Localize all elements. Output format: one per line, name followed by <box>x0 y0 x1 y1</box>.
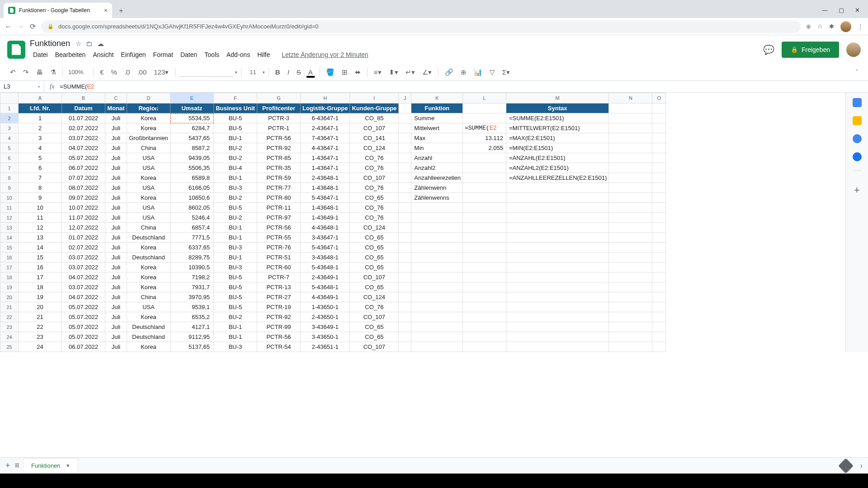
data-cell[interactable]: BU-1 <box>214 253 257 263</box>
url-input[interactable]: 🔒 docs.google.com/spreadsheets/d/1NQxJGA… <box>41 20 801 33</box>
data-cell[interactable]: 6857,4 <box>170 223 214 233</box>
data-cell[interactable]: USA <box>127 153 170 163</box>
data-cell[interactable]: CO_76 <box>350 163 399 173</box>
row-header[interactable]: 15 <box>0 243 19 253</box>
table-header-cell[interactable]: Region <box>127 103 170 113</box>
chrome-menu-icon[interactable]: ⋮ <box>858 23 863 30</box>
data-cell[interactable]: 14 <box>19 243 62 253</box>
zoom-select[interactable]: 100% <box>66 69 90 75</box>
row-header[interactable]: 22 <box>0 312 19 322</box>
data-cell[interactable]: 04.07.2022 <box>62 143 105 153</box>
data-cell[interactable]: 05.07.2022 <box>62 312 105 322</box>
data-cell[interactable]: 01.07.2022 <box>62 233 105 243</box>
data-cell[interactable]: Juli <box>105 322 127 332</box>
data-cell[interactable]: Juli <box>105 123 127 133</box>
data-cell[interactable]: 10650,6 <box>170 193 214 203</box>
column-header[interactable]: O <box>652 93 666 103</box>
table-header-cell[interactable]: Logistik-Gruppe <box>301 103 350 113</box>
fontsize-select[interactable]: 11 <box>245 69 260 75</box>
data-cell[interactable]: PCTR-51 <box>257 253 301 263</box>
cloud-status-icon[interactable]: ☁ <box>97 40 104 48</box>
data-cell[interactable]: BU-5 <box>214 272 257 282</box>
row-header[interactable]: 24 <box>0 332 19 342</box>
functions-icon[interactable]: Σ▾ <box>500 66 513 78</box>
data-cell[interactable]: Juli <box>105 193 127 203</box>
function-name-cell[interactable]: Summe <box>411 113 463 123</box>
menu-format[interactable]: Format <box>150 49 176 60</box>
row-header[interactable]: 14 <box>0 233 19 243</box>
data-cell[interactable]: 4-43647-1 <box>301 143 350 153</box>
data-cell[interactable]: 08.07.2022 <box>62 183 105 193</box>
strikethrough-button[interactable]: S <box>294 66 304 78</box>
syntax-cell[interactable]: =MITTELWERT(E2:E1501) <box>506 123 609 133</box>
redo-icon[interactable]: ↷ <box>20 66 32 78</box>
data-cell[interactable]: Juli <box>105 243 127 253</box>
data-cell[interactable]: 1 <box>19 113 62 123</box>
row-header[interactable]: 13 <box>0 223 19 233</box>
data-cell[interactable]: BU-1 <box>214 133 257 143</box>
data-cell[interactable]: Korea <box>127 312 170 322</box>
data-cell[interactable]: 2-43651-1 <box>301 342 350 352</box>
data-cell[interactable]: Juli <box>105 143 127 153</box>
data-cell[interactable]: PCTR-19 <box>257 302 301 312</box>
data-cell[interactable]: 9439,05 <box>170 153 214 163</box>
data-cell[interactable]: 12 <box>19 223 62 233</box>
data-cell[interactable]: 10 <box>19 203 62 213</box>
data-cell[interactable]: 11 <box>19 213 62 223</box>
data-cell[interactable]: PCTR-76 <box>257 243 301 253</box>
menu-tools[interactable]: Tools <box>201 49 222 60</box>
row-header[interactable]: 6 <box>0 153 19 163</box>
data-cell[interactable]: Juli <box>105 342 127 352</box>
data-cell[interactable]: 12.07.2022 <box>62 223 105 233</box>
data-cell[interactable]: CO_124 <box>350 143 399 153</box>
data-cell[interactable]: 2-43650-1 <box>301 312 350 322</box>
data-cell[interactable]: Korea <box>127 263 170 272</box>
data-cell[interactable]: Juli <box>105 213 127 223</box>
data-cell[interactable]: BU-2 <box>214 213 257 223</box>
column-header[interactable]: M <box>506 93 609 103</box>
print-icon[interactable]: 🖶 <box>33 66 46 78</box>
decrease-decimal-button[interactable]: .0 <box>122 66 133 78</box>
value-cell[interactable]: 13.112 <box>462 133 506 143</box>
valign-icon[interactable]: ⬍▾ <box>386 66 401 78</box>
menu-einfuegen[interactable]: Einfügen <box>118 49 149 60</box>
value-cell[interactable] <box>462 153 506 163</box>
collapse-toolbar-icon[interactable]: ˆ <box>853 66 861 78</box>
row-header[interactable]: 16 <box>0 253 19 263</box>
data-cell[interactable]: 22 <box>19 322 62 332</box>
data-cell[interactable]: 02.07.2022 <box>62 123 105 133</box>
data-cell[interactable]: BU-5 <box>214 302 257 312</box>
data-cell[interactable]: 18 <box>19 282 62 292</box>
data-cell[interactable]: China <box>127 223 170 233</box>
data-cell[interactable]: BU-4 <box>214 163 257 173</box>
data-cell[interactable]: 6589,8 <box>170 173 214 183</box>
data-cell[interactable]: CO_76 <box>350 302 399 312</box>
data-cell[interactable]: 8587,2 <box>170 143 214 153</box>
data-cell[interactable]: PCTR-35 <box>257 163 301 173</box>
data-cell[interactable]: PCTR-13 <box>257 282 301 292</box>
column-header[interactable]: L <box>462 93 506 103</box>
function-name-cell[interactable]: Min <box>411 143 463 153</box>
data-cell[interactable]: BU-1 <box>214 332 257 342</box>
borders-icon[interactable]: ⊞ <box>339 66 350 78</box>
value-cell[interactable] <box>462 113 506 123</box>
data-cell[interactable]: 23 <box>19 332 62 342</box>
data-cell[interactable]: BU-1 <box>214 322 257 332</box>
data-cell[interactable]: 5 <box>19 153 62 163</box>
italic-button[interactable]: I <box>285 66 292 78</box>
table-header-cell[interactable]: Datum <box>62 103 105 113</box>
row-header[interactable]: 3 <box>0 123 19 133</box>
data-cell[interactable]: Korea <box>127 113 170 123</box>
keep-icon[interactable] <box>853 116 862 125</box>
table-header-cell[interactable]: Umsatz <box>170 103 214 113</box>
data-cell[interactable]: 5-43648-1 <box>301 263 350 272</box>
table-header-cell[interactable]: Monat <box>105 103 127 113</box>
data-cell[interactable]: 02.07.2022 <box>62 243 105 253</box>
data-cell[interactable]: Juli <box>105 312 127 322</box>
column-header[interactable]: K <box>411 93 463 103</box>
data-cell[interactable]: 11.07.2022 <box>62 213 105 223</box>
menu-datei[interactable]: Datei <box>30 49 51 60</box>
data-cell[interactable]: 7198,2 <box>170 272 214 282</box>
data-cell[interactable]: Korea <box>127 272 170 282</box>
menu-bearbeiten[interactable]: Bearbeiten <box>52 49 89 60</box>
